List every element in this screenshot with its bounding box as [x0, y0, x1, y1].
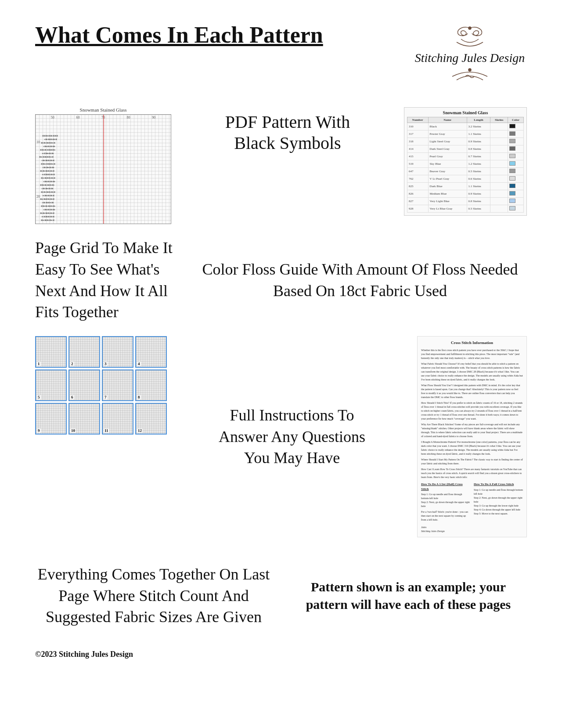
col-name: Name	[428, 117, 467, 123]
floss-guide-image: Snowman Stained Glass Number Name Length…	[404, 107, 527, 216]
info-paragraphs: Whether this is the first cross stitch p…	[421, 348, 523, 479]
pattern-image-label: Snowman Stained Glass	[35, 107, 171, 112]
svg-text:✕▪▪✕▪✕▪✕▪▪✕: ✕▪▪✕▪✕▪✕▪▪✕	[41, 219, 54, 221]
info-paragraph: What Fabric Should You Choose? It's my b…	[421, 362, 523, 382]
full-step: Step 4: Go down through the upper left h…	[474, 508, 523, 512]
thumbnail-number: 3	[104, 362, 108, 366]
thumbnail-grid: 123456789101112	[35, 336, 167, 435]
svg-text:▪✕▪▪✕▪✕▪✕▪: ▪✕▪▪✕▪✕▪✕▪	[43, 145, 55, 148]
instructions-text: Full Instructions To Answer Any Question…	[176, 405, 408, 469]
pattern-grid: 5060708090 1020 ✕✕✕▪✕✕▪✕✕✕ ▪✕▪✕▪✕▪✕▪✕ ✕▪…	[35, 114, 171, 224]
svg-text:✕✕✕▪✕✕▪✕✕✕: ✕✕✕▪✕✕▪✕✕✕	[42, 135, 58, 137]
color-swatch-cell	[508, 160, 523, 168]
info-paragraph: I Bought A Monochrome Pattern! For monoc…	[421, 440, 523, 456]
signature: Jules Stitching Jules Design	[421, 525, 523, 533]
logo-bottom-ornament	[443, 68, 496, 85]
color-swatch-cell	[508, 145, 523, 153]
section3: 123456789101112 Full Instructions To Ans…	[0, 323, 562, 538]
color-swatch-cell	[508, 130, 523, 138]
svg-text:✕▪▪✕▪✕✕▪✕▪✕: ✕▪▪✕▪✕✕▪✕▪✕	[40, 198, 54, 200]
color-swatch	[509, 199, 515, 203]
color-swatch	[509, 131, 515, 136]
everything-text: Everything Comes Together On Last Page W…	[35, 564, 272, 628]
info-paragraph: Whether this is the first cross stitch p…	[421, 348, 523, 360]
pattern-image-box: Snowman Stained Glass 5060708090 1020 ✕✕…	[35, 107, 171, 224]
svg-text:▪▪✕▪▪✕▪✕▪✕: ▪▪✕▪▪✕▪✕▪✕	[43, 195, 54, 197]
svg-text:▪✕▪✕▪✕▪✕▪✕: ▪✕▪✕▪✕▪✕▪✕	[42, 159, 54, 162]
col-color: Color	[508, 117, 523, 123]
svg-text:▪▪✕✕▪✕▪✕▪✕: ▪▪✕✕▪✕▪✕▪✕	[42, 216, 54, 218]
floss-row: 827Very Light Blue0.8 Skeins	[407, 198, 524, 205]
color-swatch-cell	[508, 138, 523, 145]
how-to-full-col: How To Do A Full Cross Stitch Step 1: Go…	[474, 482, 523, 522]
color-swatch	[509, 146, 515, 151]
svg-text:✕✕▪✕▪✕▪✕▪✕▪: ✕✕▪✕▪✕▪✕▪✕▪	[40, 184, 54, 186]
color-swatch-cell	[508, 123, 523, 130]
col-length: Length	[467, 117, 490, 123]
svg-text:▪✕▪▪✕▪✕▪✕▪: ▪✕▪▪✕▪✕▪✕▪	[43, 181, 55, 183]
svg-text:✕✕▪▪✕✕▪✕▪▪✕: ✕✕▪▪✕✕▪✕▪▪✕	[41, 163, 55, 165]
logo-area: Stitching Jules Design	[413, 22, 527, 85]
thumbnail-cell: 12	[135, 403, 167, 435]
info-paragraph: Where Should I Start My Pattern On The F…	[421, 458, 523, 466]
full-step: Step 3: Go up through the lower right ho…	[474, 504, 523, 508]
copyright: ©2023 Stitching Jules Design	[35, 650, 133, 659]
thumbnail-number: 8	[137, 395, 141, 399]
color-swatch-cell	[508, 198, 523, 205]
info-paragraph: How Can I Learn How To Cross Stitch? The…	[421, 467, 523, 479]
floss-row: 519Sky Blue1.2 Skeins	[407, 160, 524, 168]
svg-text:▪✕▪▪✕▪✕▪✕▪: ▪✕▪▪✕▪✕▪✕▪	[43, 209, 55, 211]
pattern-grid-inner: 5060708090 1020 ✕✕✕▪✕✕▪✕✕✕ ▪✕▪✕▪✕▪✕▪✕ ✕▪…	[36, 115, 171, 224]
full-steps: Step 1: Go up needle and floss through b…	[474, 488, 523, 516]
thumbnail-cell: 8	[135, 369, 167, 401]
thumbnail-cell: 5	[35, 369, 67, 401]
page-grid-text: Page Grid To Make It Easy To See What's …	[35, 237, 176, 322]
thumbnail-number: 7	[104, 395, 108, 399]
full-step: Step 1: Go up needle and floss through b…	[474, 488, 523, 496]
svg-text:✕✕▪✕▪✕✕▪✕✕▪: ✕✕▪✕▪✕✕▪✕✕▪	[40, 149, 55, 151]
floss-row: 414Dark Steel Gray0.8 Skeins	[407, 145, 524, 153]
thumbnail-number: 12	[137, 428, 143, 433]
section4: Everything Comes Together On Last Page W…	[0, 537, 562, 641]
thumbnail-cell: 2	[68, 336, 100, 368]
thumbnail-number: 6	[70, 395, 74, 399]
full-step: Step 2: Next, go down through the upper …	[474, 496, 523, 504]
half-extra: For a 'two-half' Stitch: you're done - y…	[421, 510, 470, 522]
svg-point-0	[468, 27, 471, 29]
svg-text:▪▪✕✕▪✕▪✕▪✕: ▪▪✕✕▪✕▪✕▪✕	[42, 174, 55, 176]
logo-ornament-svg	[443, 24, 496, 50]
thumbnail-number: 4	[137, 362, 141, 366]
thumbnail-cell: 1	[35, 336, 67, 368]
color-swatch	[509, 176, 515, 181]
header: What Comes In Each Pattern Stitching Jul…	[0, 0, 562, 94]
color-swatch-cell	[508, 153, 523, 160]
svg-text:▪✕▪✕▪✕▪✕▪✕: ▪✕▪✕▪✕▪✕▪✕	[44, 138, 57, 141]
floss-row: 310Black3.2 Skeins	[407, 123, 524, 130]
svg-text:▪▪✕✕▪▪✕▪✕▪: ▪▪✕✕▪▪✕▪✕▪	[42, 152, 54, 155]
cross-stitch-info: Cross Stitch Information Whether this is…	[417, 336, 527, 538]
thumbnail-number: 1	[37, 362, 41, 366]
thumbnail-number: 10	[70, 428, 76, 433]
floss-row: 317Pewter Gray1.1 Skeins	[407, 130, 524, 138]
color-swatch-cell	[508, 205, 523, 213]
color-swatch	[509, 206, 515, 210]
thumbnail-cell: 4	[135, 336, 167, 368]
svg-text:✕▪✕▪✕▪✕▪✕▪✕: ✕▪✕▪✕▪✕▪✕▪✕	[40, 170, 54, 172]
svg-text:✕▪▪✕▪✕✕▪✕▪✕: ✕▪▪✕▪✕✕▪✕▪✕	[41, 177, 55, 179]
brand-name: Stitching Jules Design	[413, 50, 527, 66]
example-text: Pattern shown is an example; your patter…	[290, 578, 527, 614]
svg-point-1	[468, 69, 471, 71]
info-paragraph: How Should I Stitch This? If you prefer …	[421, 401, 523, 421]
page-title: What Comes In Each Pattern	[35, 22, 323, 48]
color-swatch	[509, 184, 515, 188]
floss-row: 647Beaver Gray0.5 Skeins	[407, 168, 524, 175]
thumbnail-cell: 10	[68, 403, 100, 435]
color-swatch-cell	[508, 175, 523, 183]
svg-text:✕▪▪✕✕▪✕✕▪▪✕: ✕▪▪✕✕▪✕✕▪▪✕	[39, 156, 54, 158]
svg-text:✕▪✕▪✕▪✕✕▪▪✕: ✕▪✕▪✕▪✕✕▪▪✕	[41, 142, 55, 144]
color-swatch-cell	[508, 190, 523, 198]
color-swatch	[509, 169, 515, 173]
pdf-pattern-text: PDF Pattern With Black Symbols	[180, 107, 395, 158]
pattern-symbols-svg: ✕✕✕▪✕✕▪✕✕✕ ▪✕▪✕▪✕▪✕▪✕ ✕▪✕▪✕▪✕✕▪▪✕ ▪✕▪▪✕▪…	[36, 115, 171, 224]
color-swatch	[509, 161, 515, 166]
